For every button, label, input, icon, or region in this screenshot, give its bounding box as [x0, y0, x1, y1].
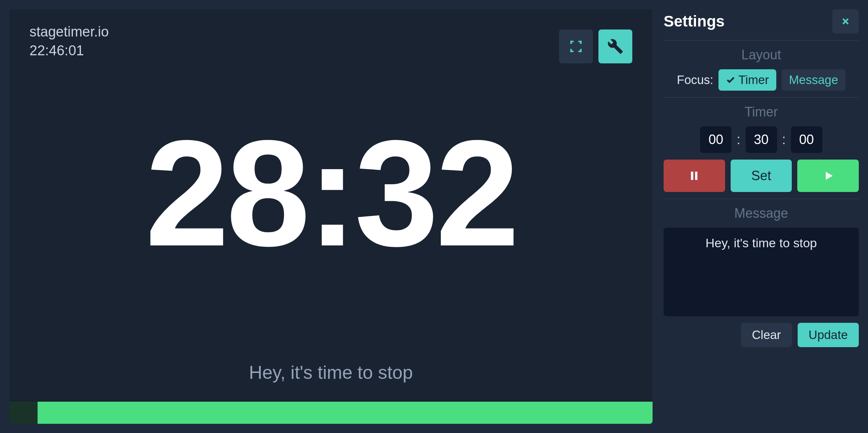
seconds-input[interactable]: [791, 126, 822, 153]
progress-bar: [9, 402, 653, 424]
timer-main-panel: stagetimer.io 22:46:01 28:32 Hey, it's t…: [9, 9, 653, 424]
message-display: Hey, it's time to stop: [9, 362, 653, 383]
svg-rect-1: [695, 172, 697, 180]
close-icon: [840, 16, 851, 27]
focus-message-label: Message: [789, 73, 838, 87]
check-icon: [726, 75, 735, 85]
play-icon: [822, 170, 834, 182]
update-button[interactable]: Update: [798, 323, 859, 347]
close-settings-button[interactable]: [832, 9, 859, 34]
tools-icon: [607, 38, 623, 55]
settings-title: Settings: [664, 13, 725, 30]
svg-rect-0: [691, 172, 693, 180]
pause-button[interactable]: [664, 160, 725, 192]
focus-timer-label: Timer: [738, 73, 769, 87]
timer-section-label: Timer: [664, 104, 859, 120]
settings-panel: Settings Layout Focus: Timer Message Tim…: [664, 9, 859, 424]
message-textarea[interactable]: Hey, it's time to stop: [664, 228, 859, 316]
message-actions: Clear Update: [664, 323, 859, 347]
set-button[interactable]: Set: [731, 160, 792, 192]
play-button[interactable]: [797, 160, 859, 192]
clear-label: Clear: [752, 328, 781, 342]
divider: [664, 97, 859, 98]
clear-button[interactable]: Clear: [741, 323, 792, 347]
current-time: 22:46:01: [29, 43, 109, 59]
time-input-row: : :: [664, 126, 859, 153]
layout-section-label: Layout: [664, 47, 859, 63]
settings-header: Settings: [664, 9, 859, 34]
message-section-label: Message: [664, 206, 859, 221]
set-label: Set: [751, 168, 771, 184]
countdown-display: 28:32: [9, 24, 653, 362]
fullscreen-icon: [569, 39, 583, 54]
hours-input[interactable]: [700, 126, 731, 153]
focus-label: Focus:: [677, 73, 713, 87]
progress-elapsed: [9, 402, 38, 424]
time-separator: :: [737, 132, 740, 147]
top-controls: [559, 29, 632, 63]
fullscreen-button[interactable]: [559, 29, 593, 63]
progress-remaining: [38, 402, 653, 424]
focus-message-toggle[interactable]: Message: [781, 69, 846, 91]
focus-toggle-row: Focus: Timer Message: [664, 69, 859, 91]
divider: [664, 40, 859, 41]
divider: [664, 199, 859, 199]
pause-icon: [689, 170, 700, 182]
update-label: Update: [809, 328, 848, 342]
brand-name: stagetimer.io: [29, 24, 109, 40]
header: stagetimer.io 22:46:01: [29, 24, 109, 59]
settings-button[interactable]: [598, 29, 632, 63]
time-separator: :: [782, 132, 786, 147]
timer-controls: Set: [664, 160, 859, 192]
focus-timer-toggle[interactable]: Timer: [718, 69, 776, 91]
minutes-input[interactable]: [746, 126, 777, 153]
